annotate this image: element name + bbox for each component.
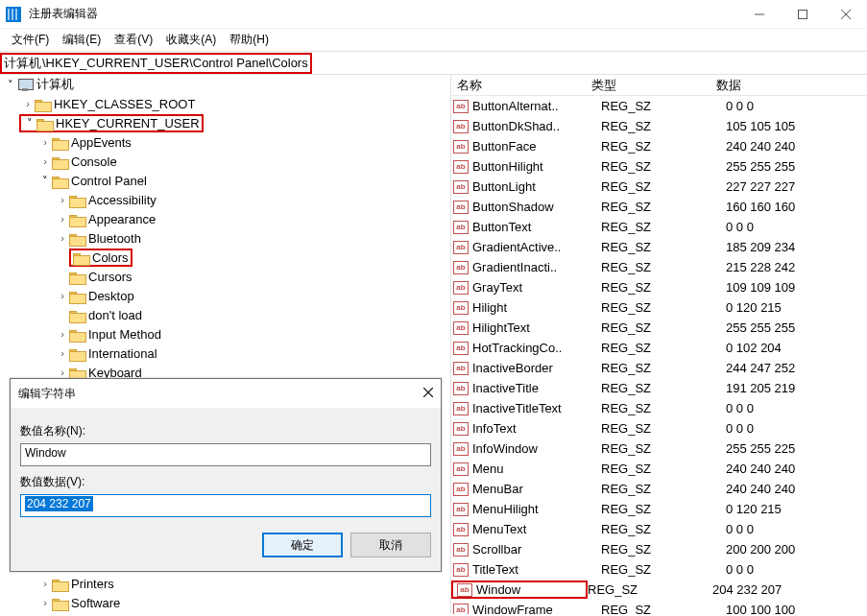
- tree-item[interactable]: ˅Control Panel: [0, 171, 450, 190]
- computer-icon: [17, 79, 33, 91]
- value-row[interactable]: abButtonTextREG_SZ0 0 0: [451, 217, 867, 237]
- chevron-right-icon[interactable]: ›: [56, 213, 69, 225]
- chevron-right-icon[interactable]: ›: [38, 136, 52, 148]
- chevron-right-icon[interactable]: ›: [56, 290, 69, 301]
- chevron-right-icon[interactable]: ›: [56, 194, 69, 205]
- value-row[interactable]: abButtonHilightREG_SZ255 255 255: [451, 156, 867, 177]
- menu-file[interactable]: 文件(F): [6, 30, 55, 50]
- chevron-right-icon[interactable]: ›: [38, 155, 52, 167]
- value-data: 227 227 227: [726, 179, 867, 194]
- chevron-right-icon[interactable]: ›: [56, 347, 69, 359]
- value-data-input[interactable]: 204 232 207: [20, 494, 431, 517]
- chevron-down-icon[interactable]: ˅: [4, 79, 17, 91]
- string-value-icon: ab: [453, 140, 469, 154]
- value-row[interactable]: abButtonAlternat..REG_SZ0 0 0: [451, 96, 867, 116]
- minimize-button[interactable]: [737, 0, 781, 29]
- value-row[interactable]: abButtonShadowREG_SZ160 160 160: [451, 197, 867, 217]
- ok-button[interactable]: 确定: [262, 533, 343, 557]
- chevron-down-icon[interactable]: ˅: [38, 175, 52, 187]
- tree-item[interactable]: ›Appearance: [0, 209, 450, 228]
- value-data: 185 209 234: [726, 240, 867, 254]
- edit-string-dialog: 编辑字符串 数值名称(N): Window 数值数据(V): 204 232 2…: [10, 378, 442, 572]
- tree-item[interactable]: ›Software: [0, 593, 450, 612]
- col-name[interactable]: 名称: [451, 77, 586, 94]
- tree-label: Accessibility: [88, 193, 157, 207]
- value-data: 100 100 100: [726, 603, 867, 614]
- col-data[interactable]: 数据: [710, 77, 867, 94]
- value-row[interactable]: abGradientInacti..REG_SZ215 228 242: [451, 257, 867, 277]
- chevron-right-icon[interactable]: ›: [38, 578, 52, 589]
- value-row[interactable]: abTitleTextREG_SZ0 0 0: [451, 559, 867, 580]
- value-row[interactable]: abGrayTextREG_SZ109 109 109: [451, 277, 867, 297]
- chevron-right-icon[interactable]: ›: [56, 328, 69, 340]
- chevron-right-icon[interactable]: ›: [56, 232, 69, 244]
- tree-root-label: 计算机: [36, 76, 74, 93]
- chevron-right-icon[interactable]: ›: [56, 367, 69, 378]
- cancel-button[interactable]: 取消: [350, 533, 431, 557]
- value-type: REG_SZ: [601, 260, 726, 274]
- tree-item[interactable]: ›AppEvents: [0, 132, 450, 152]
- value-row[interactable]: abInactiveTitleREG_SZ191 205 219: [451, 378, 867, 398]
- value-name-input[interactable]: Window: [20, 443, 431, 466]
- value-row[interactable]: abHilightTextREG_SZ255 255 255: [451, 318, 867, 338]
- value-row[interactable]: abButtonDkShad..REG_SZ105 105 105: [451, 116, 867, 136]
- value-row[interactable]: abInactiveTitleTextREG_SZ0 0 0: [451, 398, 867, 418]
- value-row[interactable]: abGradientActive..REG_SZ185 209 234: [451, 237, 867, 257]
- value-row[interactable]: abInfoTextREG_SZ0 0 0: [451, 418, 867, 438]
- value-name: MenuBar: [472, 482, 601, 496]
- tree-root[interactable]: ˅ 计算机: [0, 75, 450, 94]
- chevron-down-icon[interactable]: ˅: [23, 117, 36, 130]
- value-type: REG_SZ: [601, 482, 726, 496]
- chevron-right-icon[interactable]: ›: [38, 597, 52, 608]
- value-row[interactable]: abMenuREG_SZ240 240 240: [451, 459, 867, 479]
- tree-item[interactable]: don't load: [0, 305, 450, 324]
- value-row[interactable]: abButtonFaceREG_SZ240 240 240: [451, 136, 867, 156]
- value-row[interactable]: abInfoWindowREG_SZ255 255 225: [451, 438, 867, 459]
- tree-hkcu[interactable]: ˅ HKEY_CURRENT_USER: [0, 113, 450, 132]
- value-row[interactable]: abHilightREG_SZ0 120 215: [451, 297, 867, 318]
- value-row[interactable]: abInactiveBorderREG_SZ244 247 252: [451, 358, 867, 378]
- menu-help[interactable]: 帮助(H): [224, 30, 275, 50]
- tree-item[interactable]: ›Desktop: [0, 286, 450, 305]
- values-panel[interactable]: 名称 类型 数据 abButtonAlternat..REG_SZ0 0 0ab…: [451, 75, 867, 614]
- value-data: 240 240 240: [726, 462, 867, 476]
- tree-item[interactable]: ›Printers: [0, 574, 450, 593]
- value-row[interactable]: abMenuHilightREG_SZ0 120 215: [451, 499, 867, 519]
- folder-icon: [52, 597, 67, 609]
- value-row[interactable]: abWindowREG_SZ204 232 207: [451, 580, 867, 600]
- tree-item[interactable]: ›Bluetooth: [0, 228, 450, 248]
- menu-favorites[interactable]: 收藏夹(A): [160, 30, 222, 50]
- col-type[interactable]: 类型: [586, 77, 710, 94]
- tree-item-colors[interactable]: Colors: [0, 248, 450, 267]
- value-row[interactable]: abButtonLightREG_SZ227 227 227: [451, 177, 867, 197]
- value-row[interactable]: abScrollbarREG_SZ200 200 200: [451, 539, 867, 559]
- tree-item[interactable]: ›International: [0, 344, 450, 363]
- tree-item[interactable]: ›Accessibility: [0, 190, 450, 209]
- value-row[interactable]: abHotTrackingCo..REG_SZ0 102 204: [451, 338, 867, 358]
- value-row[interactable]: abWindowFrameREG_SZ100 100 100: [451, 600, 867, 614]
- value-type: REG_SZ: [601, 462, 726, 476]
- value-type: REG_SZ: [601, 502, 726, 516]
- string-value-icon: ab: [453, 100, 469, 113]
- value-row[interactable]: abMenuTextREG_SZ0 0 0: [451, 519, 867, 539]
- tree-label: HKEY_CURRENT_USER: [56, 116, 200, 130]
- folder-icon: [52, 136, 67, 149]
- tree-label: HKEY_CLASSES_ROOT: [54, 97, 195, 111]
- address-bar[interactable]: 计算机 \HKEY_CURRENT_USER\Control Panel\Col…: [0, 52, 867, 75]
- value-name: ButtonText: [472, 220, 601, 234]
- dialog-titlebar[interactable]: 编辑字符串: [11, 379, 441, 408]
- dialog-close-button[interactable]: [423, 387, 433, 400]
- menu-edit[interactable]: 编辑(E): [57, 30, 107, 50]
- close-button[interactable]: [824, 0, 867, 29]
- tree-item[interactable]: Cursors: [0, 267, 450, 286]
- value-data: 0 0 0: [726, 220, 867, 234]
- menu-view[interactable]: 查看(V): [108, 30, 158, 50]
- value-name: GradientInacti..: [472, 260, 601, 274]
- tree-item[interactable]: ›Input Method: [0, 324, 450, 344]
- value-row[interactable]: abMenuBarREG_SZ240 240 240: [451, 479, 867, 499]
- tree-item[interactable]: ›Console: [0, 152, 450, 171]
- chevron-right-icon[interactable]: ›: [21, 98, 35, 109]
- value-type: REG_SZ: [601, 119, 726, 133]
- tree-hkcr[interactable]: › HKEY_CLASSES_ROOT: [0, 94, 450, 113]
- maximize-button[interactable]: [781, 0, 824, 29]
